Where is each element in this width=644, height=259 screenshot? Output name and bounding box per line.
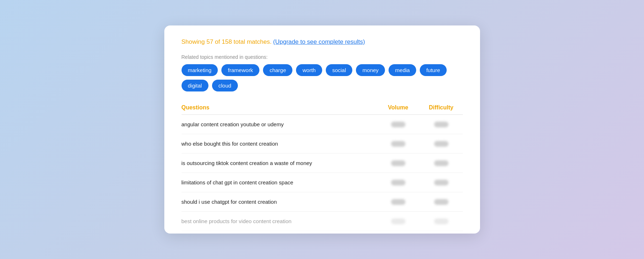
table-row: limitations of chat gpt in content creat… — [182, 173, 463, 192]
volume-value — [377, 199, 420, 205]
volume-value — [377, 122, 420, 127]
tag-media[interactable]: media — [389, 64, 416, 76]
difficulty-value — [420, 160, 463, 166]
volume-value — [377, 218, 420, 224]
table-row: angular content creation youtube or udem… — [182, 115, 463, 134]
table-row: who else bought this for content creatio… — [182, 134, 463, 154]
tag-social[interactable]: social — [326, 64, 352, 76]
tag-worth[interactable]: worth — [296, 64, 322, 76]
table-row: is outsourcing tiktok content creation a… — [182, 154, 463, 173]
table-row: best online products for video content c… — [182, 212, 463, 231]
question-text: who else bought this for content creatio… — [182, 141, 377, 147]
related-topics-label: Related topics mentioned in questions: — [182, 54, 463, 60]
difficulty-value — [420, 122, 463, 127]
question-text: should i use chatgpt for content creatio… — [182, 199, 377, 205]
col-volume-header: Volume — [377, 104, 420, 111]
results-header: Showing 57 of 158 total matches. (Upgrad… — [182, 38, 463, 46]
tag-charge[interactable]: charge — [263, 64, 292, 76]
tags-container: marketingframeworkchargeworthsocialmoney… — [182, 64, 463, 91]
question-text: limitations of chat gpt in content creat… — [182, 179, 377, 185]
tag-marketing[interactable]: marketing — [182, 64, 218, 76]
col-difficulty-header: Difficulty — [420, 104, 463, 111]
volume-value — [377, 141, 420, 147]
difficulty-value — [420, 141, 463, 147]
tag-framework[interactable]: framework — [221, 64, 259, 76]
table-body: angular content creation youtube or udem… — [182, 115, 463, 231]
question-text: best online products for video content c… — [182, 218, 377, 224]
difficulty-value — [420, 180, 463, 185]
upgrade-link[interactable]: (Upgrade to see complete results) — [273, 38, 365, 45]
tag-digital[interactable]: digital — [182, 80, 208, 91]
volume-value — [377, 180, 420, 185]
col-questions-header: Questions — [182, 104, 377, 111]
table-header: Questions Volume Difficulty — [182, 102, 463, 115]
tag-cloud[interactable]: cloud — [212, 80, 238, 91]
results-card: Showing 57 of 158 total matches. (Upgrad… — [164, 25, 480, 234]
volume-value — [377, 160, 420, 166]
tag-future[interactable]: future — [420, 64, 446, 76]
question-text: angular content creation youtube or udem… — [182, 121, 377, 127]
question-text: is outsourcing tiktok content creation a… — [182, 160, 377, 166]
tag-money[interactable]: money — [356, 64, 385, 76]
results-count: Showing 57 of 158 total matches. — [182, 38, 272, 45]
difficulty-value — [420, 199, 463, 205]
table-row: should i use chatgpt for content creatio… — [182, 192, 463, 212]
difficulty-value — [420, 218, 463, 224]
